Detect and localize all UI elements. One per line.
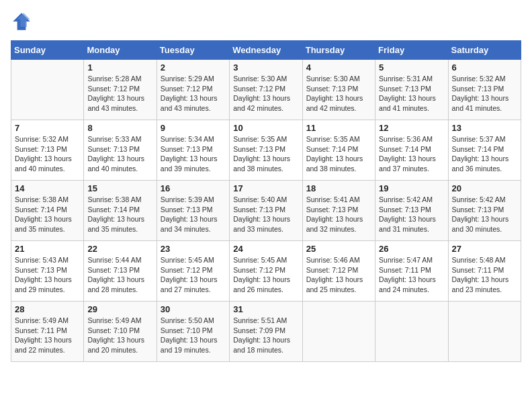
day-number: 7: [15, 123, 80, 133]
day-info: Sunrise: 5:47 AM Sunset: 7:11 PM Dayligh…: [379, 255, 444, 295]
day-cell: 31Sunrise: 5:51 AM Sunset: 7:09 PM Dayli…: [230, 302, 302, 362]
day-cell: 16Sunrise: 5:39 AM Sunset: 7:13 PM Dayli…: [157, 181, 229, 241]
day-info: Sunrise: 5:33 AM Sunset: 7:13 PM Dayligh…: [87, 134, 152, 174]
day-info: Sunrise: 5:41 AM Sunset: 7:13 PM Dayligh…: [306, 195, 371, 234]
day-cell: 6Sunrise: 5:32 AM Sunset: 7:13 PM Daylig…: [448, 60, 521, 120]
day-info: Sunrise: 5:44 AM Sunset: 7:13 PM Dayligh…: [87, 255, 152, 295]
day-number: 13: [452, 123, 517, 133]
day-info: Sunrise: 5:35 AM Sunset: 7:13 PM Dayligh…: [233, 134, 298, 174]
day-cell: 19Sunrise: 5:42 AM Sunset: 7:13 PM Dayli…: [375, 181, 448, 241]
header-row: SundayMondayTuesdayWednesdayThursdayFrid…: [11, 41, 521, 60]
day-number: 1: [87, 62, 152, 73]
day-cell: 1Sunrise: 5:28 AM Sunset: 7:12 PM Daylig…: [84, 60, 157, 120]
day-number: 8: [87, 123, 152, 133]
day-cell: 7Sunrise: 5:32 AM Sunset: 7:13 PM Daylig…: [11, 120, 84, 181]
day-cell: 25Sunrise: 5:46 AM Sunset: 7:12 PM Dayli…: [302, 241, 375, 302]
header-cell-wednesday: Wednesday: [230, 41, 302, 60]
week-row-1: 1Sunrise: 5:28 AM Sunset: 7:12 PM Daylig…: [11, 60, 521, 120]
day-info: Sunrise: 5:48 AM Sunset: 7:11 PM Dayligh…: [452, 255, 517, 295]
day-number: 15: [87, 183, 152, 193]
day-cell: 18Sunrise: 5:41 AM Sunset: 7:13 PM Dayli…: [302, 181, 375, 241]
day-number: 26: [379, 244, 444, 254]
day-number: 29: [87, 304, 152, 314]
day-cell: 9Sunrise: 5:34 AM Sunset: 7:13 PM Daylig…: [157, 120, 229, 181]
day-cell: [302, 302, 375, 362]
day-number: 25: [306, 244, 371, 254]
day-number: 21: [15, 244, 80, 254]
day-cell: 13Sunrise: 5:37 AM Sunset: 7:14 PM Dayli…: [448, 120, 521, 181]
day-info: Sunrise: 5:43 AM Sunset: 7:13 PM Dayligh…: [15, 255, 80, 295]
day-cell: 28Sunrise: 5:49 AM Sunset: 7:11 PM Dayli…: [11, 302, 84, 362]
day-cell: 4Sunrise: 5:30 AM Sunset: 7:13 PM Daylig…: [302, 60, 375, 120]
day-info: Sunrise: 5:42 AM Sunset: 7:13 PM Dayligh…: [452, 195, 517, 234]
week-row-3: 14Sunrise: 5:38 AM Sunset: 7:14 PM Dayli…: [11, 181, 521, 241]
day-cell: 2Sunrise: 5:29 AM Sunset: 7:12 PM Daylig…: [157, 60, 229, 120]
day-cell: 21Sunrise: 5:43 AM Sunset: 7:13 PM Dayli…: [11, 241, 84, 302]
day-info: Sunrise: 5:40 AM Sunset: 7:13 PM Dayligh…: [233, 195, 298, 234]
week-row-4: 21Sunrise: 5:43 AM Sunset: 7:13 PM Dayli…: [11, 241, 521, 302]
day-cell: 20Sunrise: 5:42 AM Sunset: 7:13 PM Dayli…: [448, 181, 521, 241]
day-info: Sunrise: 5:30 AM Sunset: 7:12 PM Dayligh…: [233, 74, 298, 113]
day-cell: 12Sunrise: 5:36 AM Sunset: 7:14 PM Dayli…: [375, 120, 448, 181]
day-info: Sunrise: 5:31 AM Sunset: 7:13 PM Dayligh…: [379, 74, 444, 113]
day-info: Sunrise: 5:50 AM Sunset: 7:10 PM Dayligh…: [161, 316, 226, 355]
day-cell: 8Sunrise: 5:33 AM Sunset: 7:13 PM Daylig…: [84, 120, 157, 181]
day-info: Sunrise: 5:32 AM Sunset: 7:13 PM Dayligh…: [15, 134, 80, 174]
day-number: 30: [161, 304, 226, 314]
day-number: 3: [233, 62, 298, 73]
day-info: Sunrise: 5:36 AM Sunset: 7:14 PM Dayligh…: [379, 134, 444, 174]
day-number: 31: [233, 304, 298, 314]
day-cell: 10Sunrise: 5:35 AM Sunset: 7:13 PM Dayli…: [230, 120, 302, 181]
day-info: Sunrise: 5:32 AM Sunset: 7:13 PM Dayligh…: [452, 74, 517, 113]
day-cell: 26Sunrise: 5:47 AM Sunset: 7:11 PM Dayli…: [375, 241, 448, 302]
day-number: 23: [161, 244, 226, 254]
day-number: 11: [306, 123, 371, 133]
day-number: 18: [306, 183, 371, 193]
day-number: 16: [161, 183, 226, 193]
header-cell-tuesday: Tuesday: [157, 41, 229, 60]
day-number: 20: [452, 183, 517, 193]
day-info: Sunrise: 5:37 AM Sunset: 7:14 PM Dayligh…: [452, 134, 517, 174]
header-cell-friday: Friday: [375, 41, 448, 60]
day-number: 4: [306, 62, 371, 73]
day-number: 22: [87, 244, 152, 254]
day-number: 10: [233, 123, 298, 133]
week-row-2: 7Sunrise: 5:32 AM Sunset: 7:13 PM Daylig…: [11, 120, 521, 181]
day-info: Sunrise: 5:28 AM Sunset: 7:12 PM Dayligh…: [87, 74, 152, 113]
day-number: 9: [161, 123, 226, 133]
day-info: Sunrise: 5:42 AM Sunset: 7:13 PM Dayligh…: [379, 195, 444, 234]
day-info: Sunrise: 5:34 AM Sunset: 7:13 PM Dayligh…: [161, 134, 226, 174]
day-number: 28: [15, 304, 80, 314]
header-cell-sunday: Sunday: [11, 41, 84, 60]
page-header: [11, 11, 521, 32]
day-number: 2: [161, 62, 226, 73]
day-cell: 11Sunrise: 5:35 AM Sunset: 7:14 PM Dayli…: [302, 120, 375, 181]
day-info: Sunrise: 5:35 AM Sunset: 7:14 PM Dayligh…: [306, 134, 371, 174]
header-cell-monday: Monday: [84, 41, 157, 60]
day-number: 27: [452, 244, 517, 254]
day-info: Sunrise: 5:38 AM Sunset: 7:14 PM Dayligh…: [15, 195, 80, 234]
day-cell: 14Sunrise: 5:38 AM Sunset: 7:14 PM Dayli…: [11, 181, 84, 241]
header-cell-thursday: Thursday: [302, 41, 375, 60]
day-number: 5: [379, 62, 444, 73]
day-cell: 30Sunrise: 5:50 AM Sunset: 7:10 PM Dayli…: [157, 302, 229, 362]
day-info: Sunrise: 5:46 AM Sunset: 7:12 PM Dayligh…: [306, 255, 371, 295]
day-cell: [375, 302, 448, 362]
day-number: 24: [233, 244, 298, 254]
day-number: 19: [379, 183, 444, 193]
day-cell: [11, 60, 84, 120]
day-cell: [448, 302, 521, 362]
day-info: Sunrise: 5:29 AM Sunset: 7:12 PM Dayligh…: [161, 74, 226, 113]
day-cell: 29Sunrise: 5:49 AM Sunset: 7:10 PM Dayli…: [84, 302, 157, 362]
day-info: Sunrise: 5:51 AM Sunset: 7:09 PM Dayligh…: [233, 316, 298, 355]
day-info: Sunrise: 5:45 AM Sunset: 7:12 PM Dayligh…: [161, 255, 226, 295]
day-number: 12: [379, 123, 444, 133]
day-number: 17: [233, 183, 298, 193]
day-number: 6: [452, 62, 517, 73]
day-info: Sunrise: 5:30 AM Sunset: 7:13 PM Dayligh…: [306, 74, 371, 113]
day-info: Sunrise: 5:49 AM Sunset: 7:10 PM Dayligh…: [87, 316, 152, 355]
day-number: 14: [15, 183, 80, 193]
header-cell-saturday: Saturday: [448, 41, 521, 60]
calendar-table: SundayMondayTuesdayWednesdayThursdayFrid…: [11, 40, 521, 362]
logo: [11, 11, 35, 32]
